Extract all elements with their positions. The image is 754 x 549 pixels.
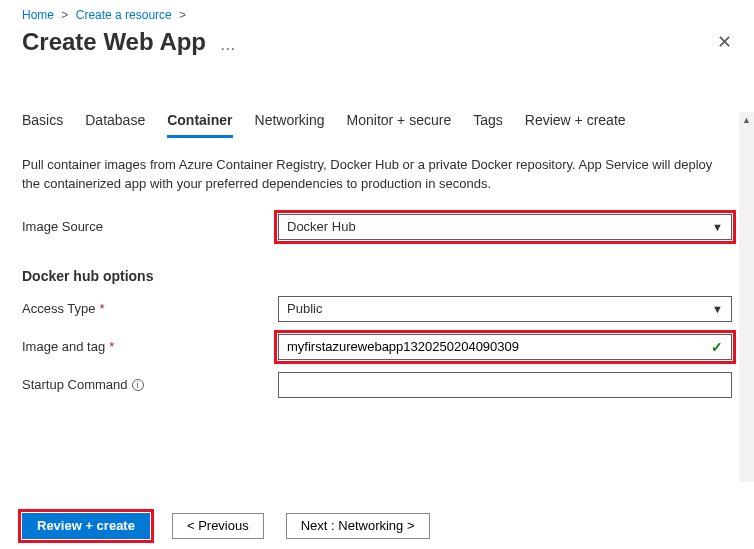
image-source-value: Docker Hub — [287, 219, 712, 234]
more-dots[interactable]: … — [220, 36, 236, 53]
tabs: Basics Database Container Networking Mon… — [22, 112, 732, 138]
close-icon[interactable]: ✕ — [717, 31, 732, 53]
chevron-down-icon: ▼ — [712, 221, 723, 233]
page-title: Create Web App — [22, 28, 206, 55]
tab-basics[interactable]: Basics — [22, 112, 63, 138]
info-icon[interactable]: i — [132, 379, 144, 391]
label-image-and-tag: Image and tag* — [22, 339, 278, 354]
breadcrumb-create-resource[interactable]: Create a resource — [76, 8, 172, 22]
tab-tags[interactable]: Tags — [473, 112, 503, 138]
label-access-type: Access Type* — [22, 301, 278, 316]
startup-command-input-wrap — [278, 372, 732, 398]
chevron-down-icon: ▼ — [712, 303, 723, 315]
previous-button[interactable]: < Previous — [172, 513, 264, 539]
review-create-button[interactable]: Review + create — [22, 513, 150, 539]
breadcrumb-sep: > — [179, 8, 186, 22]
check-icon: ✓ — [711, 339, 723, 355]
tab-monitor-secure[interactable]: Monitor + secure — [347, 112, 452, 138]
tab-description: Pull container images from Azure Contain… — [22, 156, 732, 194]
startup-command-input[interactable] — [287, 377, 723, 392]
breadcrumb-sep: > — [61, 8, 68, 22]
image-source-select[interactable]: Docker Hub ▼ — [278, 214, 732, 240]
image-and-tag-input[interactable] — [287, 339, 711, 354]
label-startup-command: Startup Command i — [22, 377, 278, 392]
tab-container[interactable]: Container — [167, 112, 232, 138]
scroll-up-arrow[interactable]: ▲ — [739, 112, 754, 127]
scrollbar[interactable]: ▲ — [739, 112, 754, 482]
tab-database[interactable]: Database — [85, 112, 145, 138]
next-button[interactable]: Next : Networking > — [286, 513, 430, 539]
breadcrumb: Home > Create a resource > — [22, 8, 732, 22]
section-docker-hub-options: Docker hub options — [22, 268, 732, 284]
access-type-select[interactable]: Public ▼ — [278, 296, 732, 322]
tab-review-create[interactable]: Review + create — [525, 112, 626, 138]
tab-networking[interactable]: Networking — [255, 112, 325, 138]
access-type-value: Public — [287, 301, 712, 316]
label-image-source: Image Source — [22, 219, 278, 234]
image-and-tag-input-wrap: ✓ — [278, 334, 732, 360]
footer-buttons: Review + create < Previous Next : Networ… — [22, 513, 732, 539]
required-icon: * — [99, 301, 104, 316]
breadcrumb-home[interactable]: Home — [22, 8, 54, 22]
required-icon: * — [109, 339, 114, 354]
